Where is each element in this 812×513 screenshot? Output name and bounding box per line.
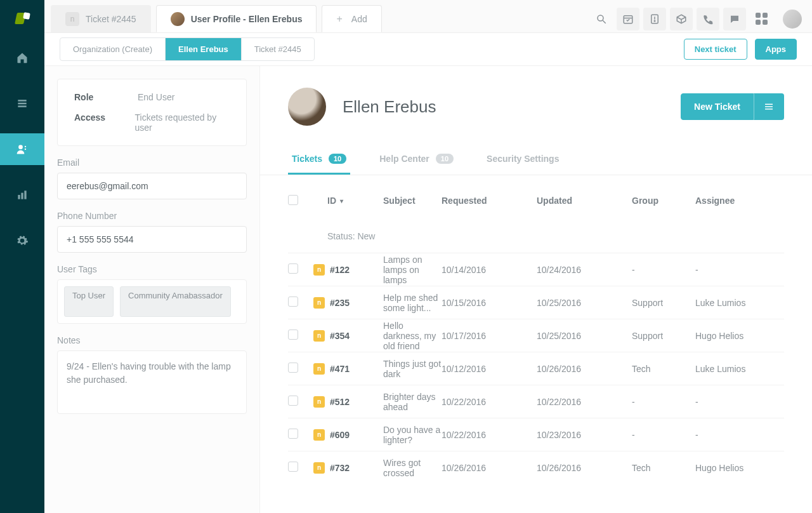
tab-security[interactable]: Security Settings <box>483 145 563 175</box>
table-row[interactable]: n#609Do you have a lighter?10/22/201610/… <box>288 418 784 451</box>
row-checkbox[interactable] <box>288 462 298 472</box>
tickets-count-badge: 10 <box>329 154 346 164</box>
rail-reports[interactable] <box>0 179 44 211</box>
svg-point-4 <box>25 146 26 147</box>
phone-icon <box>702 13 714 25</box>
apps-panel-button[interactable]: Apps <box>755 39 797 60</box>
ticket-subject: Brighter days ahead <box>383 392 442 412</box>
ticket-updated: 10/25/2016 <box>537 298 632 308</box>
tab-ticket[interactable]: n Ticket #2445 <box>51 5 151 32</box>
table-row[interactable]: n#512Brighter days ahead10/22/201610/22/… <box>288 385 784 418</box>
ticket-group: - <box>632 397 695 407</box>
svg-point-15 <box>654 20 655 22</box>
ticket-requested: 10/26/2016 <box>442 463 537 473</box>
ticket-subject: Do you have a lighter? <box>383 425 442 445</box>
rail-customers[interactable] <box>0 133 44 165</box>
calendar-button[interactable] <box>617 8 639 30</box>
context-tabs: Organization (Create) Ellen Erebus Ticke… <box>44 33 812 66</box>
row-checkbox[interactable] <box>288 396 298 406</box>
svg-rect-2 <box>18 105 26 107</box>
ticket-subject: Things just got dark <box>383 359 442 379</box>
ticket-requested: 10/22/2016 <box>442 397 537 407</box>
tabbar: n Ticket #2445 User Profile - Ellen Ereb… <box>44 0 812 33</box>
ticket-group: Support <box>632 298 695 308</box>
next-ticket-button[interactable]: Next ticket <box>684 39 747 60</box>
select-all-checkbox[interactable] <box>288 195 298 205</box>
email-label: Email <box>57 157 247 168</box>
ticket-status-icon: n <box>313 330 325 342</box>
row-checkbox[interactable] <box>288 263 298 274</box>
tab-add[interactable]: + Add <box>322 5 381 32</box>
ticket-id: #609 <box>330 430 350 440</box>
ticket-id: #512 <box>330 397 350 407</box>
apps-button[interactable] <box>750 8 773 30</box>
svg-rect-8 <box>24 190 26 199</box>
access-label: Access <box>74 112 116 133</box>
ticket-updated: 10/26/2016 <box>537 463 632 473</box>
role-access-card: RoleEnd User AccessTickets requested by … <box>57 79 247 146</box>
table-row[interactable]: n#122Lamps on lamps on lamps10/14/201610… <box>288 253 784 286</box>
user-icon <box>16 143 29 156</box>
ticket-assignee: - <box>695 430 784 440</box>
new-ticket-button[interactable]: New Ticket <box>681 93 754 120</box>
pill-user[interactable]: Ellen Erebus <box>166 38 242 60</box>
ticket-subject: Wires got crossed <box>383 458 442 478</box>
rail-settings[interactable] <box>0 225 44 256</box>
tab-user-profile[interactable]: User Profile - Ellen Erebus <box>156 5 317 32</box>
rail-views[interactable] <box>0 88 44 119</box>
ticket-status-icon: n <box>313 396 325 408</box>
tab-label: User Profile - Ellen Erebus <box>191 14 303 24</box>
table-row[interactable]: n#235Help me shed some light...10/15/201… <box>288 286 784 319</box>
row-checkbox[interactable] <box>288 330 298 340</box>
ticket-assignee: Hugo Helios <box>695 331 784 341</box>
new-ticket-menu-button[interactable] <box>754 93 784 120</box>
phone-button[interactable] <box>697 8 719 30</box>
col-assignee[interactable]: Assignee <box>695 196 784 206</box>
col-requested[interactable]: Requested <box>442 196 537 206</box>
email-field[interactable] <box>57 173 247 199</box>
table-row[interactable]: n#471Things just got dark10/12/201610/26… <box>288 352 784 385</box>
user-tag[interactable]: Top User <box>64 286 114 317</box>
row-checkbox[interactable] <box>288 363 298 373</box>
col-subject[interactable]: Subject <box>383 196 442 206</box>
list-icon <box>16 97 29 110</box>
menu-icon <box>763 101 775 112</box>
search-button[interactable] <box>590 8 613 30</box>
table-row[interactable]: n#732Wires got crossed10/26/201610/26/20… <box>288 451 784 484</box>
user-avatar <box>288 88 326 126</box>
rail-home[interactable] <box>0 42 44 74</box>
ticket-status-icon: n <box>313 297 325 309</box>
ticket-group: - <box>632 265 695 275</box>
tab-help-center[interactable]: Help Center 10 <box>376 145 457 175</box>
user-tag[interactable]: Community Amabassador <box>120 286 231 317</box>
ticket-updated: 10/26/2016 <box>537 364 632 374</box>
svg-point-3 <box>18 145 23 149</box>
role-value: End User <box>138 92 174 102</box>
col-id[interactable]: ID▾ <box>313 196 383 206</box>
ticket-updated: 10/25/2016 <box>537 331 632 341</box>
pill-ticket[interactable]: Ticket #2445 <box>242 38 314 60</box>
status-group-header: Status: New <box>288 220 784 253</box>
notes-field[interactable]: 9/24 - Ellen's having trouble with the l… <box>57 350 247 414</box>
tags-container[interactable]: Top User Community Amabassador <box>57 279 247 324</box>
col-updated[interactable]: Updated <box>537 196 632 206</box>
ticket-id: #354 <box>330 331 350 341</box>
current-user-avatar[interactable] <box>783 10 802 29</box>
box-icon <box>676 13 687 25</box>
row-checkbox[interactable] <box>288 429 298 439</box>
ticket-assignee: Hugo Helios <box>695 463 784 473</box>
phone-field[interactable] <box>57 226 247 253</box>
pill-organization[interactable]: Organization (Create) <box>60 38 166 60</box>
ticket-id: #122 <box>330 265 350 275</box>
table-row[interactable]: n#354Hello darkness, my old friend10/17/… <box>288 319 784 352</box>
col-group[interactable]: Group <box>632 196 695 206</box>
chat-button[interactable] <box>723 8 746 30</box>
tab-security-label: Security Settings <box>487 154 559 164</box>
notes-button[interactable] <box>643 8 666 30</box>
package-button[interactable] <box>670 8 693 30</box>
tab-tickets[interactable]: Tickets 10 <box>288 145 350 175</box>
row-checkbox[interactable] <box>288 296 298 307</box>
ticket-subject: Help me shed some light... <box>383 293 442 313</box>
home-icon <box>16 51 29 64</box>
ticket-assignee: - <box>695 397 784 407</box>
